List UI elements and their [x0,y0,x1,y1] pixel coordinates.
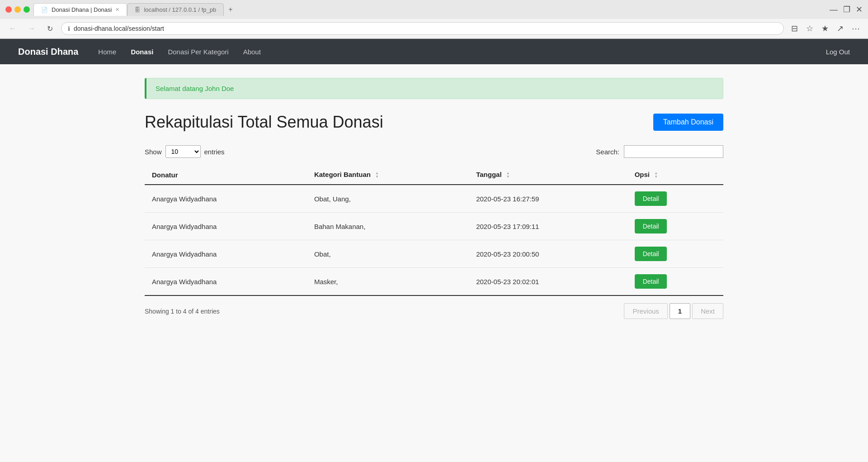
donations-table: Donatur Kategori Bantuan Tanggal Opsi [145,165,723,296]
detail-button-0[interactable]: Detail [635,191,667,206]
table-header-row: Donatur Kategori Bantuan Tanggal Opsi [145,165,723,185]
browser-title-bar: 📄 Donasi Dhana | Donasi ✕ 🗄 localhost / … [0,0,868,19]
tab-title: Donasi Dhana | Donasi [52,6,112,13]
new-tab-button[interactable]: + [224,3,237,16]
main-content: Selamat datang John Doe Rekapitulasi Tot… [118,64,750,333]
cell-tanggal: 2020-05-23 16:27:59 [469,185,627,213]
app-navbar: Donasi Dhana Home Donasi Donasi Per Kate… [0,39,868,64]
tab-close-button[interactable]: ✕ [115,7,119,13]
browser-action-buttons: ⊟ ☆ ★ ↗ ⋯ [788,22,863,35]
browser-window-controls [5,6,30,13]
cell-kategori: Masker, [307,268,469,296]
table-body: Anargya Widyadhana Obat, Uang, 2020-05-2… [145,185,723,295]
nav-link-about[interactable]: About [237,44,267,59]
table-row: Anargya Widyadhana Bahan Makanan, 2020-0… [145,213,723,240]
address-bar-lock-icon: ℹ [68,25,70,32]
entries-select[interactable]: 10 25 50 100 [165,145,201,158]
address-bar[interactable]: ℹ donasi-dhana.local/session/start [61,22,784,35]
bookmark-button[interactable]: ☆ [803,22,816,35]
page-title: Rekapitulasi Total Semua Donasi [145,113,383,132]
cell-donatur: Anargya Widyadhana [145,268,307,296]
cell-opsi: Detail [627,240,723,268]
detail-button-1[interactable]: Detail [635,219,667,233]
detail-button-3[interactable]: Detail [635,274,667,289]
window-minimize-button[interactable] [14,6,21,13]
table-row: Anargya Widyadhana Obat, 2020-05-23 20:0… [145,240,723,268]
tab-active[interactable]: 📄 Donasi Dhana | Donasi ✕ [33,3,127,16]
search-box: Search: [596,145,723,158]
entries-label: entries [204,148,225,156]
refresh-button[interactable]: ↻ [43,23,57,35]
window-maximize-button[interactable] [24,6,30,13]
show-entries-control: Show 10 25 50 100 entries [145,145,225,158]
cell-kategori: Obat, [307,240,469,268]
cell-opsi: Detail [627,268,723,296]
detail-button-2[interactable]: Detail [635,247,667,261]
cell-tanggal: 2020-05-23 17:09:11 [469,213,627,240]
cell-kategori: Bahan Makanan, [307,213,469,240]
cell-opsi: Detail [627,185,723,213]
cell-donatur: Anargya Widyadhana [145,185,307,213]
navbar-left: Donasi Dhana Home Donasi Donasi Per Kate… [18,44,267,59]
window-close-button[interactable] [5,6,12,13]
navbar-nav: Home Donasi Donasi Per Kategori About [92,44,267,59]
cell-kategori: Obat, Uang, [307,185,469,213]
col-opsi[interactable]: Opsi [627,165,723,185]
window-restore-icon[interactable]: ❐ [843,5,850,14]
forward-button[interactable]: → [24,23,39,34]
favorites-button[interactable]: ★ [819,22,831,35]
tab-favicon-2: 🗄 [135,7,140,13]
window-close-icon[interactable]: ✕ [856,5,863,14]
nav-link-home[interactable]: Home [92,44,123,59]
cell-opsi: Detail [627,213,723,240]
share-button[interactable]: ↗ [834,22,846,35]
search-input[interactable] [624,145,723,158]
sort-icon-kategori [375,171,379,179]
tab-title-2: localhost / 127.0.0.1 / fp_pb [144,6,216,13]
pagination: Previous 1 Next [624,303,723,319]
cell-tanggal: 2020-05-23 20:02:01 [469,268,627,296]
logout-link[interactable]: Log Out [826,48,850,56]
tab-favicon: 📄 [41,7,48,13]
tab-bar: 📄 Donasi Dhana | Donasi ✕ 🗄 localhost / … [33,3,237,16]
previous-button[interactable]: Previous [624,303,667,319]
nav-link-donasi-per-kategori[interactable]: Donasi Per Kategori [161,44,235,59]
browser-chrome: 📄 Donasi Dhana | Donasi ✕ 🗄 localhost / … [0,0,868,39]
alert-message: Selamat datang John Doe [156,85,234,92]
cell-donatur: Anargya Widyadhana [145,213,307,240]
address-text: donasi-dhana.local/session/start [74,25,777,32]
add-donasi-button[interactable]: Tambah Donasi [653,114,723,131]
split-view-button[interactable]: ⊟ [788,22,801,35]
browser-nav-bar: ← → ↻ ℹ donasi-dhana.local/session/start… [0,19,868,38]
showing-info: Showing 1 to 4 of 4 entries [145,308,220,315]
donations-table-wrapper: Donatur Kategori Bantuan Tanggal Opsi [145,165,723,296]
cell-tanggal: 2020-05-23 20:00:50 [469,240,627,268]
next-button[interactable]: Next [692,303,723,319]
table-controls: Show 10 25 50 100 entries Search: [145,145,723,158]
nav-link-donasi[interactable]: Donasi [124,44,160,59]
sort-icon-tanggal [506,171,510,179]
col-kategori[interactable]: Kategori Bantuan [307,165,469,185]
cell-donatur: Anargya Widyadhana [145,240,307,268]
search-label: Search: [596,148,619,156]
navbar-brand[interactable]: Donasi Dhana [18,47,78,57]
page-header: Rekapitulasi Total Semua Donasi Tambah D… [145,113,723,132]
show-label: Show [145,148,162,156]
sort-icon-opsi [654,171,658,179]
table-row: Anargya Widyadhana Obat, Uang, 2020-05-2… [145,185,723,213]
col-donatur: Donatur [145,165,307,185]
table-footer: Showing 1 to 4 of 4 entries Previous 1 N… [145,303,723,319]
table-row: Anargya Widyadhana Masker, 2020-05-23 20… [145,268,723,296]
welcome-alert: Selamat datang John Doe [145,78,723,99]
page-1-button[interactable]: 1 [670,303,690,319]
window-minimize-icon[interactable]: — [830,5,838,14]
tab-inactive[interactable]: 🗄 localhost / 127.0.0.1 / fp_pb [127,3,224,16]
col-tanggal[interactable]: Tanggal [469,165,627,185]
more-button[interactable]: ⋯ [849,22,863,35]
back-button[interactable]: ← [5,23,20,34]
